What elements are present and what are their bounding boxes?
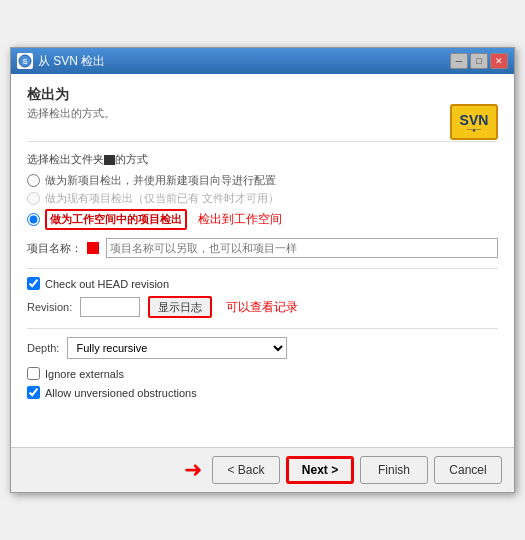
app-icon: S bbox=[17, 53, 33, 69]
allow-unversioned-row[interactable]: Allow unversioned obstructions bbox=[27, 386, 498, 399]
log-button[interactable]: 显示日志 bbox=[148, 296, 212, 318]
section-title: 检出为 bbox=[27, 86, 498, 104]
svg-text:S: S bbox=[23, 58, 28, 65]
restore-button[interactable]: □ bbox=[470, 53, 488, 69]
revision-row: Revision: 显示日志 可以查看记录 bbox=[27, 296, 498, 318]
section-subtitle: 选择检出的方式。 bbox=[27, 106, 498, 121]
title-bar-left: S 从 SVN 检出 bbox=[17, 53, 105, 70]
ignore-externals-checkbox[interactable] bbox=[27, 367, 40, 380]
radio-label-2: 做为现有项目检出（仅当前已有 文件时才可用） bbox=[45, 191, 279, 206]
head-revision-checkbox[interactable] bbox=[27, 277, 40, 290]
head-revision-label: Check out HEAD revision bbox=[45, 278, 169, 290]
depth-label: Depth: bbox=[27, 342, 59, 354]
footer: ➜ < Back Next > Finish Cancel bbox=[11, 447, 514, 492]
folder-select-label: 选择检出文件夹●●的方式 bbox=[27, 152, 498, 167]
ignore-externals-label: Ignore externals bbox=[45, 368, 124, 380]
project-name-red-box bbox=[87, 242, 99, 254]
close-button[interactable]: ✕ bbox=[490, 53, 508, 69]
depth-select[interactable]: Fully recursive Immediate children Only … bbox=[67, 337, 287, 359]
window-title: 从 SVN 检出 bbox=[38, 53, 105, 70]
separator-1 bbox=[27, 268, 498, 269]
workspace-annotation: 检出到工作空间 bbox=[198, 211, 282, 228]
project-name-row: 项目名称： bbox=[27, 238, 498, 258]
radio-label-1: 做为新项目检出，并使用新建项目向导进行配置 bbox=[45, 173, 276, 188]
radio-input-2 bbox=[27, 192, 40, 205]
allow-unversioned-label: Allow unversioned obstructions bbox=[45, 387, 197, 399]
back-button[interactable]: < Back bbox=[212, 456, 280, 484]
radio-option-1[interactable]: 做为新项目检出，并使用新建项目向导进行配置 bbox=[27, 173, 498, 188]
separator-2 bbox=[27, 328, 498, 329]
revision-input[interactable] bbox=[80, 297, 140, 317]
header-area: 检出为 选择检出的方式。 bbox=[27, 86, 498, 142]
radio-option-2: 做为现有项目检出（仅当前已有 文件时才可用） bbox=[27, 191, 498, 206]
project-name-input[interactable] bbox=[106, 238, 498, 258]
ignore-externals-row[interactable]: Ignore externals bbox=[27, 367, 498, 380]
arrow-icon: ➜ bbox=[184, 457, 202, 483]
radio-option-3[interactable]: 做为工作空间中的项目检出 检出到工作空间 bbox=[27, 209, 498, 230]
radio-input-1[interactable] bbox=[27, 174, 40, 187]
window-controls: ─ □ ✕ bbox=[450, 53, 508, 69]
head-revision-row[interactable]: Check out HEAD revision bbox=[27, 277, 498, 290]
log-annotation: 可以查看记录 bbox=[226, 299, 298, 316]
radio-group: 做为新项目检出，并使用新建项目向导进行配置 做为现有项目检出（仅当前已有 文件时… bbox=[27, 173, 498, 230]
dialog-content: SVN ─●─ 检出为 选择检出的方式。 选择检出文件夹●●的方式 做为新项目检… bbox=[11, 74, 514, 447]
minimize-button[interactable]: ─ bbox=[450, 53, 468, 69]
next-button[interactable]: Next > bbox=[286, 456, 354, 484]
revision-label: Revision: bbox=[27, 301, 72, 313]
finish-button[interactable]: Finish bbox=[360, 456, 428, 484]
radio-label-3: 做为工作空间中的项目检出 bbox=[50, 213, 182, 225]
project-name-label: 项目名称： bbox=[27, 241, 82, 256]
radio-label-3-highlight: 做为工作空间中的项目检出 bbox=[45, 209, 187, 230]
title-bar: S 从 SVN 检出 ─ □ ✕ bbox=[11, 48, 514, 74]
cancel-button[interactable]: Cancel bbox=[434, 456, 502, 484]
depth-row: Depth: Fully recursive Immediate childre… bbox=[27, 337, 498, 359]
spacer bbox=[27, 405, 498, 435]
allow-unversioned-checkbox[interactable] bbox=[27, 386, 40, 399]
radio-input-3[interactable] bbox=[27, 213, 40, 226]
main-window: S 从 SVN 检出 ─ □ ✕ SVN ─●─ 检出为 选择检出的方式。 选择… bbox=[10, 47, 515, 493]
